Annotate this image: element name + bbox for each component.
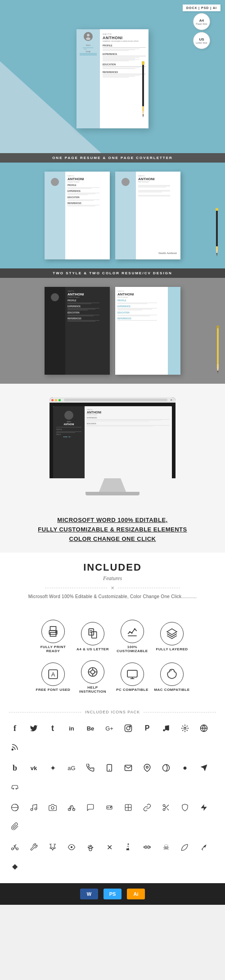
social-web[interactable]: [196, 720, 212, 736]
social-linkedin[interactable]: in: [63, 720, 80, 736]
social-square[interactable]: [120, 799, 136, 816]
customize-label: 100% CUSTOMIZABLE: [114, 645, 150, 653]
divider-x: ✕: [111, 585, 114, 590]
social-divider-left: [9, 712, 81, 712]
help-label: HELP INSTRUCTION: [75, 685, 111, 694]
social-gplus[interactable]: G+: [101, 720, 117, 736]
social-location[interactable]: [139, 760, 155, 776]
feature-text: Microsoft Word 100% Editable & Customiza…: [7, 594, 218, 599]
svg-point-26: [129, 631, 130, 633]
social-leaf[interactable]: [177, 839, 193, 855]
icon-layers: FULLY LAYERED: [154, 622, 190, 651]
svg-rect-17: [50, 627, 56, 631]
sidebar-skills: SKILLS SOCIAL: [76, 43, 100, 58]
social-skull[interactable]: ☠: [158, 839, 174, 855]
imac-base: [86, 492, 140, 495]
svg-rect-4: [142, 106, 144, 111]
svg-rect-13: [216, 326, 219, 328]
svg-point-77: [16, 848, 18, 850]
social-mobile[interactable]: [101, 760, 117, 776]
svg-point-27: [131, 632, 132, 634]
social-runner[interactable]: [120, 839, 136, 855]
svg-line-87: [202, 849, 203, 850]
avatar: [84, 32, 93, 41]
svg-rect-12: [217, 326, 219, 364]
icon-mac: MAC COMPATIBLE: [154, 662, 190, 692]
social-globe[interactable]: [158, 760, 174, 776]
ai-badge: Ai: [127, 889, 145, 899]
social-star[interactable]: ✦: [45, 760, 61, 776]
word-title: MICROSOFT WORD 100% EDITABLE, FULLY CUST…: [9, 516, 216, 544]
svg-point-42: [126, 727, 130, 730]
social-link[interactable]: [139, 799, 155, 816]
font-icon: A: [41, 662, 65, 686]
svg-point-61: [68, 808, 71, 811]
divider-left: [45, 588, 107, 588]
social-icons-row-3: [4, 797, 220, 837]
social-dot[interactable]: ●: [177, 760, 193, 776]
social-behance[interactable]: Be: [82, 720, 99, 736]
social-rss[interactable]: [7, 739, 23, 755]
svg-point-80: [128, 844, 129, 845]
social-music2[interactable]: [26, 799, 42, 816]
social-plane[interactable]: [196, 760, 212, 776]
svg-point-55: [13, 788, 14, 789]
social-phone[interactable]: [82, 760, 99, 776]
social-football[interactable]: [7, 799, 23, 816]
social-recycle[interactable]: [45, 839, 61, 855]
social-sword[interactable]: [196, 839, 212, 855]
social-settings[interactable]: [177, 720, 193, 736]
social-tumblr[interactable]: t: [45, 720, 61, 736]
social-google[interactable]: aG: [63, 760, 80, 776]
svg-line-73: [167, 808, 169, 810]
social-gamepad[interactable]: [101, 799, 117, 816]
svg-point-58: [31, 809, 33, 811]
paper-label: A4 & US LETTER: [76, 647, 109, 651]
social-blogger[interactable]: b: [7, 760, 23, 776]
social-facebook[interactable]: f: [7, 720, 23, 736]
social-pinterest[interactable]: P: [139, 720, 155, 736]
svg-point-76: [12, 848, 14, 850]
social-lightning[interactable]: [196, 799, 212, 816]
svg-point-33: [91, 670, 95, 674]
social-fish[interactable]: [63, 839, 80, 855]
svg-marker-54: [201, 765, 207, 771]
included-divider: ✕: [45, 585, 180, 590]
social-scissors[interactable]: [158, 799, 174, 816]
svg-rect-38: [127, 670, 137, 677]
social-vk[interactable]: vk: [26, 760, 42, 776]
icon-paper: A4 & US LETTER: [75, 622, 111, 651]
social-cross[interactable]: ✕: [101, 839, 117, 855]
social-instagram[interactable]: [120, 720, 136, 736]
social-weight[interactable]: [139, 839, 155, 855]
social-twitter[interactable]: [26, 720, 42, 736]
social-bug[interactable]: [82, 839, 99, 855]
social-chat[interactable]: [82, 799, 99, 816]
social-car[interactable]: [7, 779, 23, 795]
svg-point-43: [130, 726, 130, 727]
imac-stand: [99, 478, 126, 492]
social-diamond[interactable]: ◆: [7, 858, 23, 874]
icon-font: A FREE FONT USED: [35, 662, 71, 692]
social-bicycle[interactable]: [7, 839, 23, 855]
imac-document: SMITH ANTHONI PROFILE SKILLS: [53, 406, 172, 478]
social-camera[interactable]: [45, 799, 61, 816]
icon-print: FULLY PRINT READY: [35, 620, 71, 653]
social-divider-label: INCLUDED ICONS PACK: [85, 710, 140, 714]
print-label: FULLY PRINT READY: [35, 645, 71, 653]
social-music[interactable]: [158, 720, 174, 736]
social-wrench[interactable]: [26, 839, 42, 855]
icon-help: HELP INSTRUCTION: [75, 660, 111, 694]
social-shield[interactable]: [177, 799, 193, 816]
svg-marker-29: [167, 629, 177, 635]
pc-label: PC COMPATIBLE: [116, 688, 148, 692]
layers-icon: [160, 622, 184, 645]
social-mail[interactable]: [120, 760, 136, 776]
svg-point-66: [111, 807, 112, 808]
social-bike[interactable]: [63, 799, 80, 816]
resume-sidebar: SKILLS SOCIAL: [76, 29, 100, 128]
included-section: INCLUDED Features ✕ Microsoft Word 100% …: [0, 553, 225, 612]
social-paperclip[interactable]: [7, 818, 23, 835]
resume-mini-2: SMITH ANTHONI Web Developer Smith Anthon…: [115, 172, 180, 259]
help-icon: [81, 660, 104, 684]
